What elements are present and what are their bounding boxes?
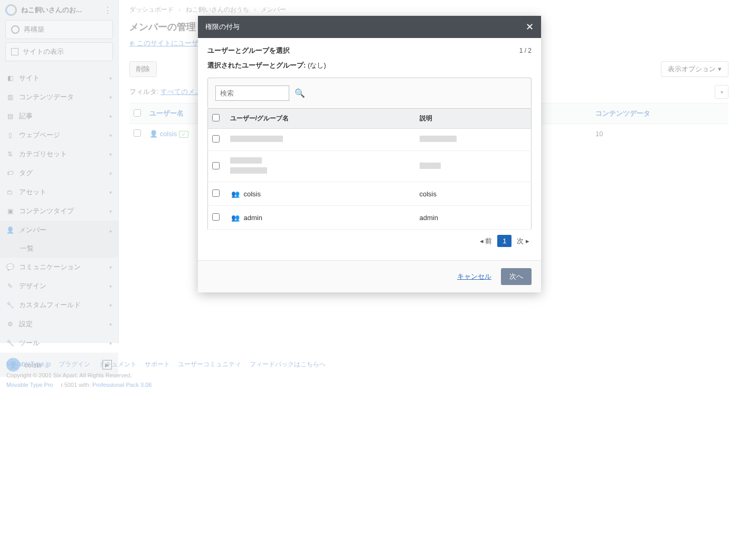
list-item bbox=[208, 129, 532, 149]
modal-header: 権限の付与 ✕ bbox=[198, 16, 541, 38]
modal-step-count: 1 / 2 bbox=[519, 47, 532, 54]
modal-step-title: ユーザーとグループを選択 bbox=[207, 46, 519, 55]
modal-title: 権限の付与 bbox=[205, 22, 526, 32]
selected-none: (なし) bbox=[308, 61, 326, 69]
user-group-table: ユーザー/グループ名 説明 👥colsis colsis bbox=[207, 109, 532, 149]
close-icon[interactable]: ✕ bbox=[526, 21, 534, 33]
selected-label: 選択されたユーザーとグループ: bbox=[207, 61, 306, 69]
grant-permission-modal: 権限の付与 ✕ ユーザーとグループを選択 1 / 2 選択されたユーザーとグルー… bbox=[198, 16, 541, 149]
col-description: 説明 bbox=[415, 109, 532, 129]
search-box: 🔍 bbox=[207, 78, 532, 109]
col-user-group-name: ユーザー/グループ名 bbox=[226, 109, 415, 129]
modal-select-all-checkbox[interactable] bbox=[212, 114, 220, 121]
row-checkbox[interactable] bbox=[212, 135, 220, 143]
search-input[interactable] bbox=[215, 86, 289, 101]
search-icon[interactable]: 🔍 bbox=[295, 88, 305, 98]
